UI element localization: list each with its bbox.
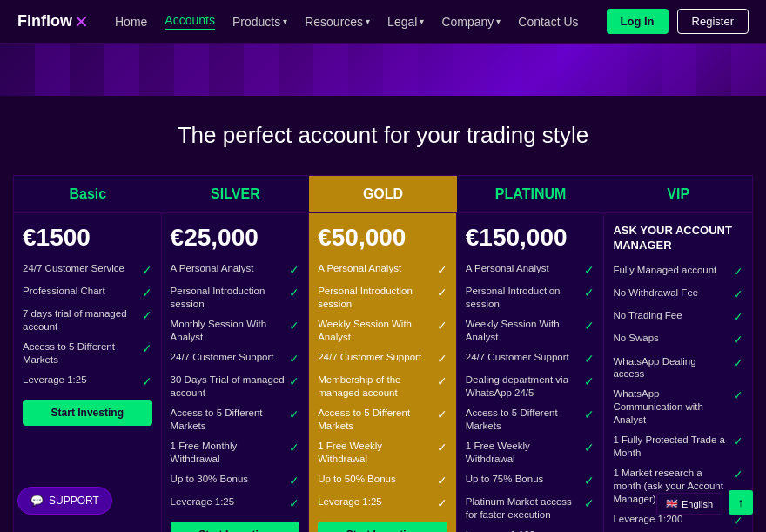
support-icon: 💬 — [30, 495, 44, 507]
login-button[interactable]: Log In — [607, 9, 669, 34]
vip-feature-5: WhatsApp Dealing access ✓ — [613, 355, 743, 381]
silver-feature-9: Leverage 1:25 ✓ — [171, 495, 300, 511]
platinum-feature-5: Dealing department via WhatsApp 24/5 ✓ — [466, 374, 595, 400]
platinum-feature-4: 24/7 Customer Support ✓ — [466, 351, 595, 367]
silver-feature-4: 24/7 Customer Support ✓ — [171, 351, 300, 367]
check-icon: ✓ — [584, 473, 595, 488]
col-header-platinum: PLATINUM — [457, 176, 605, 213]
check-icon: ✓ — [289, 351, 299, 367]
check-icon: ✓ — [289, 495, 299, 511]
gold-feature-9: Leverage 1:25 ✓ — [318, 495, 447, 511]
col-body-silver: €25,000 A Personal Analyst ✓ Personal In… — [162, 213, 310, 532]
basic-feature-2: Professional Chart ✓ — [23, 285, 152, 300]
gold-feature-6: Access to 5 Different Markets ✓ — [318, 407, 447, 433]
check-icon: ✓ — [733, 264, 743, 279]
check-icon: ✓ — [584, 285, 595, 300]
flag-icon: 🇬🇧 — [666, 498, 678, 509]
check-icon: ✓ — [289, 473, 299, 488]
language-button[interactable]: 🇬🇧 English — [656, 493, 722, 515]
register-button[interactable]: Register — [677, 9, 749, 34]
gold-price: €50,000 — [318, 224, 447, 252]
basic-price: €1500 — [23, 224, 152, 252]
page-title-section: The perfect account for your trading sty… — [0, 96, 766, 166]
gold-feature-7: 1 Free Weekly Withdrawal ✓ — [318, 440, 447, 466]
banner — [0, 44, 766, 96]
basic-feature-4: Access to 5 Different Markets ✓ — [23, 340, 152, 367]
nav-links: Home Accounts Products ▾ Resources ▾ Leg… — [115, 13, 607, 30]
logo[interactable]: Finflow ✕ — [17, 11, 89, 32]
col-body-platinum: €150,000 A Personal Analyst ✓ Personal I… — [457, 213, 605, 532]
check-icon: ✓ — [289, 440, 299, 455]
lang-label: English — [682, 499, 713, 509]
check-icon: ✓ — [584, 351, 595, 367]
platinum-feature-1: A Personal Analyst ✓ — [466, 262, 595, 278]
check-icon: ✓ — [289, 318, 299, 333]
col-body-basic: €1500 24/7 Customer Service ✓ Profession… — [14, 213, 162, 532]
check-icon: ✓ — [584, 440, 595, 455]
pricing-table: Basic SILVER GOLD PLATINUM VIP €1500 24/… — [13, 175, 753, 532]
check-icon: ✓ — [437, 374, 447, 389]
gold-feature-8: Up to 50% Bonus ✓ — [318, 473, 447, 488]
silver-feature-3: Monthly Session With Analyst ✓ — [171, 318, 300, 344]
silver-feature-1: A Personal Analyst ✓ — [171, 262, 300, 278]
vip-feature-1: Fully Managed account ✓ — [613, 264, 743, 279]
scroll-top-button[interactable]: ↑ — [729, 490, 753, 515]
gold-invest-button[interactable]: Start Investing — [318, 522, 447, 532]
platinum-feature-7: 1 Free Weekly Withdrawal ✓ — [466, 440, 595, 466]
check-icon: ✓ — [289, 374, 299, 389]
gold-feature-2: Personal Introduction session ✓ — [318, 285, 447, 311]
support-label: SUPPORT — [49, 495, 99, 507]
check-icon: ✓ — [437, 440, 447, 455]
silver-invest-button[interactable]: Start Investing — [171, 522, 300, 532]
platinum-feature-8: Up to 75% Bonus ✓ — [466, 473, 595, 488]
gold-feature-1: A Personal Analyst ✓ — [318, 262, 447, 278]
silver-feature-6: Access to 5 Different Markets ✓ — [171, 407, 300, 433]
check-icon: ✓ — [584, 495, 595, 511]
check-icon: ✓ — [437, 473, 447, 488]
check-icon: ✓ — [584, 262, 595, 278]
silver-feature-5: 30 Days Trial of managed account ✓ — [171, 374, 300, 400]
check-icon: ✓ — [733, 387, 743, 403]
gold-feature-4: 24/7 Customer Support ✓ — [318, 351, 447, 367]
products-arrow-icon: ▾ — [283, 17, 287, 26]
nav-resources[interactable]: Resources ▾ — [305, 15, 370, 29]
check-icon: ✓ — [733, 513, 743, 529]
check-icon: ✓ — [733, 309, 743, 325]
basic-feature-1: 24/7 Customer Service ✓ — [23, 262, 152, 278]
basic-invest-button[interactable]: Start Investing — [23, 400, 152, 426]
check-icon: ✓ — [437, 318, 447, 333]
platinum-feature-6: Access to 5 Different Markets ✓ — [466, 407, 595, 433]
company-arrow-icon: ▾ — [496, 17, 501, 26]
nav-products[interactable]: Products ▾ — [232, 15, 287, 29]
vip-feature-2: No Withdrawal Fee ✓ — [613, 286, 743, 302]
check-icon: ✓ — [142, 307, 152, 323]
nav-home[interactable]: Home — [115, 15, 147, 29]
silver-feature-7: 1 Free Monthly Withdrawal ✓ — [171, 440, 300, 466]
nav-buttons: Log In Register — [607, 9, 749, 34]
platinum-feature-9: Platinum Market access for faster execut… — [466, 495, 595, 522]
pricing-section: Basic SILVER GOLD PLATINUM VIP €1500 24/… — [0, 166, 766, 532]
col-body-vip: ASK YOUR ACCOUNT MANAGER Fully Managed a… — [604, 213, 752, 532]
nav-legal[interactable]: Legal ▾ — [387, 15, 424, 29]
platinum-feature-2: Personal Introduction session ✓ — [466, 285, 595, 311]
col-header-gold: GOLD — [309, 176, 457, 213]
vip-feature-7: 1 Fully Protected Trade a Month ✓ — [613, 434, 743, 460]
check-icon: ✓ — [289, 285, 299, 300]
brand-icon: ✕ — [74, 11, 89, 32]
check-icon: ✓ — [437, 285, 447, 300]
check-icon: ✓ — [142, 340, 152, 356]
check-icon: ✓ — [437, 495, 447, 511]
nav-contact[interactable]: Contact Us — [518, 15, 578, 29]
check-icon: ✓ — [733, 467, 743, 482]
vip-feature-9: Leverage 1:200 ✓ — [613, 513, 743, 529]
check-icon: ✓ — [584, 407, 595, 422]
silver-feature-2: Personal Introduction session ✓ — [171, 285, 300, 311]
nav-company[interactable]: Company ▾ — [441, 15, 501, 29]
check-icon: ✓ — [733, 355, 743, 371]
platinum-feature-3: Weekly Session With Analyst ✓ — [466, 318, 595, 344]
nav-accounts[interactable]: Accounts — [165, 13, 215, 30]
vip-feature-6: WhatsApp Communication with Analyst ✓ — [613, 387, 743, 427]
col-body-gold: €50,000 A Personal Analyst ✓ Personal In… — [309, 213, 457, 532]
page-title: The perfect account for your trading sty… — [17, 122, 749, 149]
support-button[interactable]: 💬 SUPPORT — [17, 487, 112, 515]
